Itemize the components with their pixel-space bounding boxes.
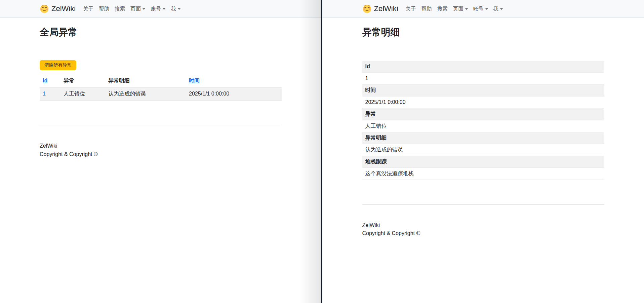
nav-item-label: 帮助 <box>99 5 109 12</box>
footer-site-name: ZelWiki <box>40 142 282 150</box>
nav-links: 关于 帮助 搜索 页面 账号 我 <box>80 3 183 15</box>
nav-item-label: 关于 <box>83 5 93 12</box>
page-title: 全局异常 <box>40 27 282 38</box>
page-footer: ZelWiki Copyright & Copyright © <box>40 142 282 159</box>
caret-down-icon <box>178 8 180 10</box>
brand-link[interactable]: ZelWiki <box>40 4 76 13</box>
exception-detail-list: Id 1 时间 2025/1/1 0:00:00 异常 人工错位 异常明细 认为… <box>362 61 604 180</box>
exceptions-table: Id 异常 异常明细 时间 1 人工错位 认为造成的错误 2025/1/1 0:… <box>40 75 282 101</box>
nav-item-label: 搜索 <box>437 5 448 12</box>
cell-id: 1 <box>40 87 61 100</box>
left-page-content: 全局异常 清除所有异常 Id 异常 异常明细 时间 1 人工错位 <box>36 27 286 158</box>
nav-item-label: 我 <box>493 5 499 12</box>
nav-item-pages-dropdown[interactable]: 页面 <box>450 3 471 15</box>
cell-time: 2025/1/1 0:00:00 <box>186 87 282 100</box>
detail-field-label: 时间 <box>362 84 604 96</box>
nav-links: 关于 帮助 搜索 页面 账号 我 <box>403 3 506 15</box>
detail-field-label: 异常 <box>362 108 604 120</box>
detail-field-value: 人工错位 <box>362 120 604 132</box>
nav-item-account-dropdown[interactable]: 账号 <box>471 3 491 15</box>
detail-field-value: 2025/1/1 0:00:00 <box>362 97 604 108</box>
brand-name: ZelWiki <box>374 4 398 13</box>
nav-item-label: 账号 <box>151 5 161 12</box>
caret-down-icon <box>163 8 165 10</box>
col-header-time: 时间 <box>186 75 282 88</box>
page-title: 异常明细 <box>362 27 604 38</box>
nav-item-about[interactable]: 关于 <box>80 3 96 15</box>
caret-down-icon <box>500 8 503 10</box>
right-page-content: 异常明细 Id 1 时间 2025/1/1 0:00:00 异常 人工错位 异常… <box>358 27 608 238</box>
navbar-container: ZelWiki 关于 帮助 搜索 页面 账号 我 <box>358 3 608 15</box>
left-window-global-exceptions: ZelWiki 关于 帮助 搜索 页面 账号 我 全局异常 清除所有异常 <box>0 0 321 303</box>
clear-all-exceptions-button[interactable]: 清除所有异常 <box>40 60 76 70</box>
nav-item-label: 页面 <box>130 5 141 12</box>
nav-item-me-dropdown[interactable]: 我 <box>168 3 183 15</box>
nav-item-label: 搜索 <box>115 5 125 12</box>
navbar: ZelWiki 关于 帮助 搜索 页面 账号 我 <box>0 0 321 18</box>
nav-item-label: 帮助 <box>421 5 432 12</box>
detail-field-value: 1 <box>362 73 604 84</box>
table-row: 1 人工错位 认为造成的错误 2025/1/1 0:00:00 <box>40 87 282 100</box>
dual-window-layout: ZelWiki 关于 帮助 搜索 页面 账号 我 全局异常 清除所有异常 <box>0 0 644 303</box>
brand-name: ZelWiki <box>51 4 76 13</box>
nav-item-label: 我 <box>171 5 176 12</box>
cell-exception-detail: 认为造成的错误 <box>105 87 186 100</box>
nav-item-label: 关于 <box>406 5 416 12</box>
detail-field-value: 这个真没法追踪堆栈 <box>362 168 604 180</box>
nav-item-label: 账号 <box>473 5 484 12</box>
caret-down-icon <box>143 8 145 10</box>
nav-item-help[interactable]: 帮助 <box>419 3 435 15</box>
navbar: ZelWiki 关于 帮助 搜索 页面 账号 我 <box>322 0 644 18</box>
detail-field-label: 异常明细 <box>362 132 604 144</box>
nav-item-search[interactable]: 搜索 <box>112 3 128 15</box>
brand-link[interactable]: ZelWiki <box>362 4 398 13</box>
sort-by-id-link[interactable]: Id <box>43 78 47 83</box>
navbar-container: ZelWiki 关于 帮助 搜索 页面 账号 我 <box>36 3 286 15</box>
smiley-logo-icon <box>362 4 372 13</box>
nav-item-me-dropdown[interactable]: 我 <box>491 3 506 15</box>
nav-item-about[interactable]: 关于 <box>403 3 419 15</box>
footer-copyright: Copyright & Copyright © <box>40 150 282 159</box>
nav-item-search[interactable]: 搜索 <box>435 3 450 15</box>
detail-field-label: 堆栈跟踪 <box>362 156 604 168</box>
smiley-logo-icon <box>40 4 49 13</box>
caret-down-icon <box>485 8 488 10</box>
col-header-exception: 异常 <box>61 75 105 88</box>
detail-field-label: Id <box>362 61 604 73</box>
nav-item-help[interactable]: 帮助 <box>96 3 112 15</box>
col-header-id: Id <box>40 75 61 88</box>
nav-item-account-dropdown[interactable]: 账号 <box>148 3 168 15</box>
table-header-row: Id 异常 异常明细 时间 <box>40 75 282 88</box>
sort-by-time-link[interactable]: 时间 <box>189 78 200 83</box>
nav-item-pages-dropdown[interactable]: 页面 <box>128 3 148 15</box>
footer-divider-rule <box>40 125 282 125</box>
nav-item-label: 页面 <box>453 5 464 12</box>
cell-exception: 人工错位 <box>61 87 105 100</box>
footer-site-name: ZelWiki <box>362 221 604 230</box>
detail-field-value: 认为造成的错误 <box>362 144 604 156</box>
footer-divider-rule <box>362 204 604 204</box>
col-header-exception-detail: 异常明细 <box>105 75 186 88</box>
window-edge-shadow <box>300 0 321 303</box>
page-footer: ZelWiki Copyright & Copyright © <box>362 221 604 238</box>
footer-copyright: Copyright & Copyright © <box>362 229 604 238</box>
exception-id-link[interactable]: 1 <box>43 91 46 97</box>
caret-down-icon <box>465 8 468 10</box>
right-window-exception-detail: ZelWiki 关于 帮助 搜索 页面 账号 我 异常明细 Id 1 时间 20… <box>322 0 644 303</box>
